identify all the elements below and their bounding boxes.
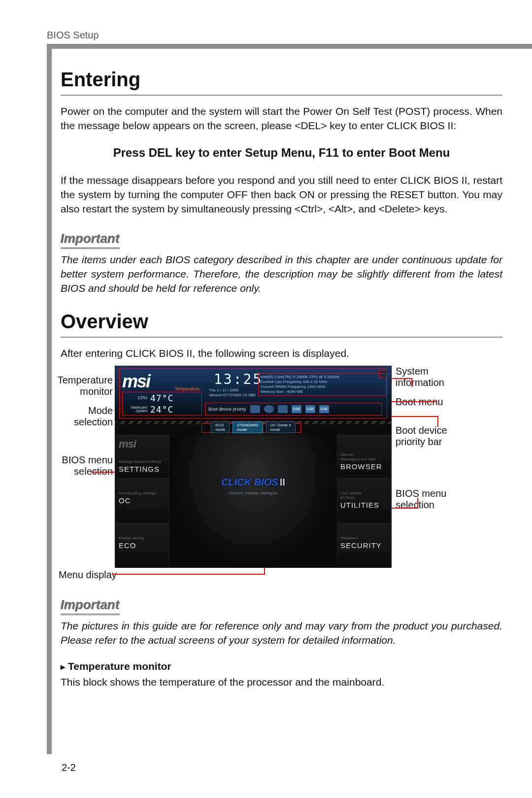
- overview-heading: Overview: [61, 311, 502, 333]
- temperature-block: Temperature CPU 47°C MainboardSystem 24°…: [122, 392, 202, 416]
- menu-browser-sub: InternetMessaging and Mail: [340, 452, 388, 461]
- boot-priority-bar[interactable]: Boot device priority USB USB USB: [205, 403, 382, 416]
- menu-settings-label: SETTINGS: [119, 465, 166, 473]
- menu-oc-sub: Overclocking settings: [119, 491, 166, 495]
- callout-bios-menu-left: BIOS menuselection: [49, 454, 113, 477]
- menu-browser[interactable]: InternetMessaging and Mail BROWSER: [337, 434, 391, 479]
- temp-monitor-heading: Temperature monitor: [61, 660, 502, 672]
- menu-eco-label: ECO: [119, 541, 166, 550]
- msi-logo: msi: [122, 371, 150, 392]
- msi-small-logo: msi: [119, 438, 166, 451]
- leader-line: [112, 574, 265, 575]
- important-label-2: Important: [61, 597, 120, 615]
- menu-settings[interactable]: msi Manage system settings SETTINGS: [115, 434, 169, 479]
- header-rule: [47, 44, 532, 49]
- heading-underline: [61, 337, 502, 338]
- sysinfo-memory: Memory Size : 4096 MB: [261, 389, 384, 394]
- menu-utilities-sub: Live UpdateM-Flash: [340, 491, 388, 500]
- callout-menu-display: Menu display: [59, 569, 117, 581]
- important-text-2: The pictures in this guide are for refer…: [61, 619, 502, 648]
- mb-temp-label: MainboardSystem: [123, 406, 147, 413]
- important-text-1: The items under each BIOS category descr…: [61, 253, 502, 296]
- temperature-title: Temperature: [174, 386, 200, 391]
- leader-line: [388, 401, 437, 402]
- boot-device-usb-icon[interactable]: USB: [292, 405, 301, 413]
- mode-ocgenie-button[interactable]: OC Genie IImode: [266, 421, 296, 433]
- boot-device-usb-icon[interactable]: USB: [305, 405, 315, 413]
- mode-eco-button[interactable]: ECOmode: [211, 421, 230, 433]
- click-bios-suffix: II: [280, 477, 285, 487]
- click-bios-tagline: Efficient. Flexible. Intelligent: [169, 491, 337, 495]
- sysinfo-cpu: Intel(R) Core(TM) i7-2600K CPU @ 3.20GHz: [261, 375, 384, 380]
- entering-paragraph-2: If the message disappears before you res…: [61, 173, 502, 216]
- menu-oc[interactable]: Overclocking settings OC: [115, 479, 169, 523]
- mode-standard-button[interactable]: STANDARDmode: [233, 421, 263, 433]
- mb-temp-value: 24°C: [150, 404, 173, 415]
- menu-utilities[interactable]: Live UpdateM-Flash UTILITIES: [337, 479, 391, 523]
- menu-utilities-label: UTILITIES: [340, 501, 388, 509]
- callout-system-info: Systeminformation: [396, 366, 444, 388]
- bios-version: Version E7737IMS V1.0B6: [209, 393, 256, 398]
- important-label-1: Important: [61, 231, 120, 249]
- heading-underline: [61, 95, 502, 96]
- cpu-temp-value: 47°C: [150, 393, 173, 403]
- menu-oc-label: OC: [119, 496, 166, 505]
- click-bios-text: CLICK BIOS: [221, 477, 278, 487]
- menu-security-label: SECURITY: [340, 541, 388, 550]
- left-menu-column: msi Manage system settings SETTINGS Over…: [115, 434, 169, 568]
- callout-mode-selection: Modeselection: [49, 405, 113, 428]
- leader-line: [437, 416, 438, 427]
- boot-device-usb-icon[interactable]: USB: [319, 405, 329, 413]
- leader-line: [417, 498, 418, 509]
- boot-device-icon[interactable]: [250, 405, 260, 413]
- callout-boot-priority: Boot devicepriority bar: [396, 425, 447, 448]
- leader-line: [411, 378, 412, 387]
- bios-figure: Temperaturemonitor Modeselection BIOS me…: [51, 366, 450, 578]
- menu-display-area: CLICK BIOSII Efficient. Flexible. Intell…: [169, 434, 337, 568]
- leader-line: [388, 508, 417, 509]
- menu-security[interactable]: Password SECURITY: [337, 523, 391, 568]
- system-info-block: Intel(R) Core(TM) i7-2600K CPU @ 3.20GHz…: [258, 373, 386, 396]
- mode-selection-row: ECOmode STANDARDmode OC Genie IImode: [115, 420, 391, 434]
- bios-date: Thu 1 / 12 / 2006: [209, 388, 256, 393]
- boot-device-icon[interactable]: [278, 405, 288, 413]
- bios-body: msi Manage system settings SETTINGS Over…: [115, 434, 391, 568]
- click-bios-logo: CLICK BIOSII: [169, 477, 337, 488]
- bios-top-bar: msi 13:25 Thu 1 / 12 / 2006 Version E773…: [115, 366, 391, 420]
- entering-paragraph-1: Power on the computer and the system wil…: [61, 104, 502, 133]
- press-del-line: Press DEL key to enter Setup Menu, F11 t…: [61, 146, 502, 160]
- sysinfo-dram-freq: Current DRAM Frequency 1333 MHz: [261, 384, 384, 389]
- right-menu-column: InternetMessaging and Mail BROWSER Live …: [337, 434, 391, 568]
- boot-priority-label: Boot device priority: [208, 407, 246, 412]
- boot-device-icon[interactable]: [264, 405, 274, 413]
- menu-security-sub: Password: [340, 536, 388, 540]
- page-number: 2-2: [62, 762, 76, 773]
- bios-screen: msi 13:25 Thu 1 / 12 / 2006 Version E773…: [115, 366, 392, 568]
- menu-eco[interactable]: Energy saving ECO: [115, 523, 169, 568]
- menu-settings-sub: Manage system settings: [119, 459, 166, 464]
- cpu-temp-label: CPU: [123, 395, 147, 400]
- entering-heading: Entering: [61, 69, 502, 91]
- running-header: BIOS Setup: [47, 30, 532, 41]
- bios-date-version: Thu 1 / 12 / 2006 Version E7737IMS V1.0B…: [209, 388, 256, 398]
- temp-monitor-text: This block shows the temperature of the …: [61, 675, 502, 690]
- menu-browser-label: BROWSER: [340, 462, 388, 471]
- bios-clock: 13:25: [214, 371, 263, 387]
- menu-eco-sub: Energy saving: [119, 536, 166, 540]
- callout-temperature-monitor: Temperaturemonitor: [49, 375, 113, 397]
- sysinfo-cpu-freq: Current Cpu Frequency 100 x 32 MHz: [261, 380, 384, 384]
- overview-intro: After entering CLICK BIOS II, the follow…: [61, 347, 502, 361]
